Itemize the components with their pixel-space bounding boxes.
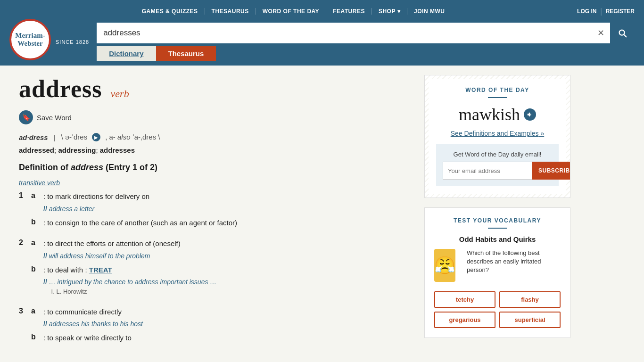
search-input[interactable] [97,23,591,43]
since-label: SINCE 1828 [56,39,89,45]
word-title: address [19,75,102,102]
save-word-icon[interactable]: 🔖 [19,110,33,124]
definition-heading: Definition of address (Entry 1 of 2) [19,163,406,173]
inflection-1: addressed [19,146,54,154]
vocab-choice-gregarious[interactable]: gregarious [434,312,495,328]
search-row: ✕ [97,23,635,43]
tab-dictionary[interactable]: Dictionary [97,46,156,61]
register-link[interactable]: REGISTER [606,8,635,15]
pronunciation-phonetic: \ ə-ˈdres [61,133,88,141]
title-row: address verb [19,75,406,103]
example-3a: // addresses his thanks to his host [43,319,143,329]
definition-group-1: 1 a : to mark directions for delivery on… [19,191,406,232]
vocab-choices: tetchy flashy gregarious superficial [434,291,561,328]
def-sense-2a: a : to direct the efforts or attention o… [31,239,216,261]
tab-thesaurus[interactable]: Thesaurus [156,46,216,61]
treat-link[interactable]: TREAT [89,266,112,274]
vocab-image: 😤 [434,249,455,282]
wotd-divider [488,97,507,98]
vocab-choice-tetchy[interactable]: tetchy [434,291,495,308]
vocab-title: Odd Habits and Quirks [434,235,561,243]
pronunciation-word: ad·dress [19,133,48,141]
pos-label[interactable]: transitive verb [19,179,406,187]
def-sense-3b: b : to speak or write directly to [31,333,143,344]
vocab-choice-flashy[interactable]: flashy [499,291,561,308]
header: GAMES & QUIZZES THESAURUS WORD OF THE DA… [0,0,644,66]
search-clear-button[interactable]: ✕ [591,23,610,43]
pronunciation-row: ad·dress | \ ə-ˈdres ▶ , a- also ˈa-ˌdre… [19,133,406,141]
vocab-divider [488,228,507,229]
pronunciation-alt: , a- also ˈa-ˌdres \ [105,133,160,141]
search-submit-button[interactable] [610,23,635,43]
def-sense-1b: b : to consign to the care of another (s… [31,218,237,229]
logo-text: Merriam-Webster [15,32,45,47]
vocab-emoji: 😤 [434,255,455,275]
def-sense-3a: a : to communicate directly // addresses… [31,307,143,329]
logo-circle[interactable]: Merriam-Webster [9,19,51,60]
auth-links: LOG IN | REGISTER [577,7,635,16]
nav-word-of-day[interactable]: WORD OF THE DAY [256,8,326,15]
def-number-1: 1 [19,191,26,232]
inflections: addressed; addressing; addresses [19,146,406,154]
example-2a: // will address himself to the problem [43,251,181,261]
wotd-email-input[interactable] [443,162,532,180]
example-1a: // address a letter [43,204,149,214]
word-pos: verb [111,88,129,99]
definition-group-3: 3 a : to communicate directly // address… [19,307,406,347]
def-sense-2b: b : to deal with : TREAT // … intrigued … [31,265,216,296]
right-sidebar: WORD OF THE DAY mawkish See Definitions … [424,75,570,354]
tabs-row: Dictionary Thesaurus [97,46,635,61]
def-item-3: 3 a : to communicate directly // address… [19,307,406,347]
vocab-label: TEST YOUR VOCABULARY [434,217,561,224]
audio-button[interactable]: ▶ [92,133,100,141]
save-word-label[interactable]: Save Word [37,114,72,122]
wotd-email-section: Get Word of the Day daily email! SUBSCRI… [436,144,559,186]
nav-thesaurus[interactable]: THESAURUS [205,8,256,15]
wotd-card: WORD OF THE DAY mawkish See Definitions … [424,75,570,198]
wotd-email-label: Get Word of the Day daily email! [443,151,552,158]
audio-icon [527,111,533,118]
logo-block: Merriam-Webster [9,19,51,60]
article: address verb 🔖 Save Word ad·dress | \ ə-… [14,75,411,354]
wotd-inner: WORD OF THE DAY mawkish See Definitions … [429,79,566,194]
def-sense-1a: a : to mark directions for delivery on /… [31,191,237,214]
inflection-3: addresses [100,146,135,154]
def-number-3: 3 [19,307,26,347]
nav-shop[interactable]: SHOP ▾ [372,8,407,15]
def-number-2: 2 [19,239,26,300]
nav-features[interactable]: FEATURES [326,8,372,15]
attribution-2b: — I. L. Horowitz [43,287,216,296]
login-link[interactable]: LOG IN [577,8,596,15]
top-nav: GAMES & QUIZZES THESAURUS WORD OF THE DA… [0,0,644,23]
wotd-see-link[interactable]: See Definitions and Examples [451,130,544,137]
def-item-1: 1 a : to mark directions for delivery on… [19,191,406,232]
wotd-email-row: SUBSCRIBE [443,162,552,180]
wotd-label: WORD OF THE DAY [436,87,559,93]
page-content: address verb 🔖 Save Word ad·dress | \ ə-… [9,75,575,354]
wotd-audio-button[interactable] [524,108,536,121]
definition-group-2: 2 a : to direct the efforts or attention… [19,239,406,300]
logo-search-row: Merriam-Webster SINCE 1828 ✕ Dictionary … [0,23,644,66]
nav-links: GAMES & QUIZZES THESAURUS WORD OF THE DA… [9,8,577,15]
wotd-word: mawkish [436,105,559,124]
save-word-row: 🔖 Save Word [19,110,406,124]
inflection-2: addressing [58,146,96,154]
vocab-choice-superficial[interactable]: superficial [499,312,561,328]
nav-games-quizzes[interactable]: GAMES & QUIZZES [135,8,205,15]
vocab-card: TEST YOUR VOCABULARY Odd Habits and Quir… [424,207,570,338]
nav-join[interactable]: JOIN MWU [407,8,451,15]
search-icon [617,28,627,38]
search-tabs-block: ✕ Dictionary Thesaurus [97,23,635,61]
wotd-subscribe-button[interactable]: SUBSCRIBE [532,162,570,180]
example-2b: // … intrigued by the chance to address … [43,277,216,287]
def-item-2: 2 a : to direct the efforts or attention… [19,239,406,300]
vocab-question: Which of the following best describes an… [467,249,561,286]
